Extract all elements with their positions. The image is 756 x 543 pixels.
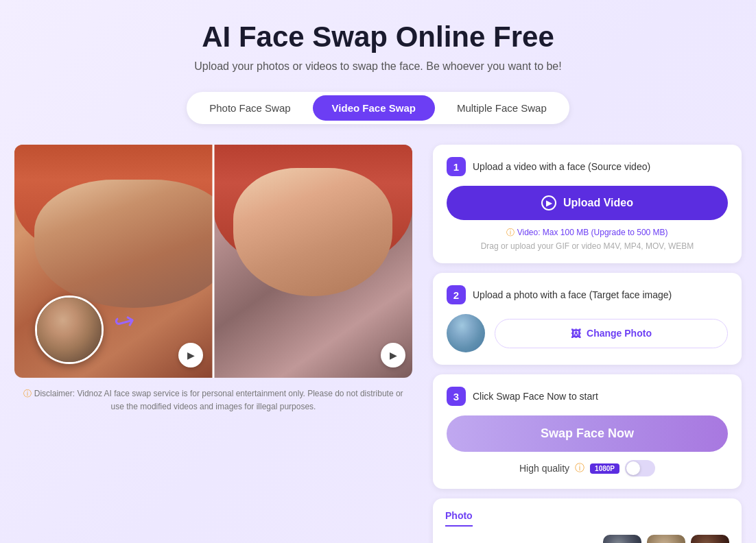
upload-video-label: Upload Video (563, 197, 633, 209)
quality-badge: 1080P (590, 463, 619, 474)
step-2-card: 2 Upload a photo with a face (Target fac… (433, 273, 742, 365)
upgrade-link[interactable]: Video: Max 100 MB (Upgrade to 500 MB) (517, 228, 668, 237)
play-after-button[interactable]: ▶ (381, 343, 405, 367)
step-1-header: 1 Upload a video with a face (Source vid… (447, 157, 728, 176)
step-2-label: Upload a photo with a face (Target face … (473, 289, 672, 300)
preview-after: ▶ (213, 145, 412, 378)
quality-row: High quality ⓘ 1080P (447, 460, 728, 476)
target-face-row: 🖼 Change Photo (447, 314, 728, 352)
source-face-image (37, 298, 102, 362)
suggestion-thumb-1[interactable] (603, 535, 641, 543)
step-2-number: 2 (447, 285, 466, 304)
page-subtitle: Upload your photos or videos to swap the… (194, 60, 561, 73)
upload-video-icon: ▶ (541, 195, 556, 210)
step-1-number: 1 (447, 157, 466, 176)
preview-divider (213, 145, 215, 378)
quality-info-icon: ⓘ (575, 462, 584, 474)
disclaimer-text: ⓘ Disclaimer: Vidnoz AI face swap servic… (14, 387, 412, 413)
suggestion-thumbnails (603, 535, 729, 543)
thumb-1-image (603, 535, 641, 543)
change-photo-icon: 🖼 (571, 328, 581, 339)
thumb-2-image (647, 535, 685, 543)
change-photo-label: Change Photo (587, 328, 652, 339)
step-3-header: 3 Click Swap Face Now to start (447, 387, 728, 406)
preview-container: ▶ ▶ ↪ (14, 145, 412, 378)
target-face-avatar (447, 314, 485, 352)
target-face-image (447, 314, 485, 352)
step-1-card: 1 Upload a video with a face (Source vid… (433, 145, 742, 263)
toggle-knob (626, 461, 640, 475)
suggestions-body: No idea? Try these pictures. (445, 535, 729, 543)
suggestion-thumb-2[interactable] (647, 535, 685, 543)
tab-bar: Photo Face Swap Video Face Swap Multiple… (187, 92, 569, 124)
step-3-card: 3 Click Swap Face Now to start Swap Face… (433, 374, 742, 489)
main-content: ▶ ▶ ↪ ⓘ Disclaimer: Vidnoz AI face swap … (14, 145, 742, 543)
upload-formats-text: Drag or upload your GIF or video M4V, MP… (447, 241, 728, 251)
suggestions-tab[interactable]: Photo (445, 510, 473, 527)
after-image (213, 145, 412, 378)
step-3-number: 3 (447, 387, 466, 406)
play-before-button[interactable]: ▶ (178, 343, 203, 367)
disclaimer-icon: ⓘ (23, 389, 32, 398)
upload-video-button[interactable]: ▶ Upload Video (447, 186, 728, 220)
swap-face-now-button[interactable]: Swap Face Now (447, 415, 728, 452)
right-panel: 1 Upload a video with a face (Source vid… (433, 145, 742, 543)
step-2-header: 2 Upload a photo with a face (Target fac… (447, 285, 728, 304)
step-1-label: Upload a video with a face (Source video… (473, 161, 650, 172)
source-face-circle (35, 295, 104, 364)
photo-suggestions-card: Photo No idea? Try these pictures. (433, 498, 742, 543)
thumb-3-image (691, 535, 729, 543)
tab-photo-face-swap[interactable]: Photo Face Swap (190, 95, 309, 121)
step-3-label: Click Swap Face Now to start (473, 391, 598, 402)
change-photo-button[interactable]: 🖼 Change Photo (495, 319, 728, 348)
left-panel: ▶ ▶ ↪ ⓘ Disclaimer: Vidnoz AI face swap … (14, 145, 412, 413)
quality-toggle[interactable] (625, 460, 655, 476)
quality-label: High quality (519, 463, 569, 474)
suggestion-thumb-3[interactable] (691, 535, 729, 543)
upload-limit-text: ⓘ Video: Max 100 MB (Upgrade to 500 MB) (447, 227, 728, 239)
tab-video-face-swap[interactable]: Video Face Swap (313, 95, 435, 121)
tab-multiple-face-swap[interactable]: Multiple Face Swap (438, 95, 566, 121)
page-title: AI Face Swap Online Free (202, 21, 554, 53)
